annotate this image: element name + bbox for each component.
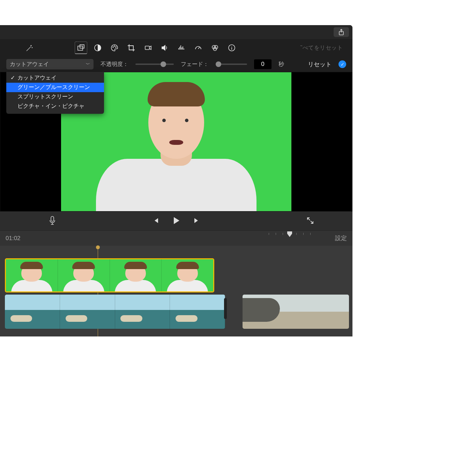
info-icon <box>228 44 236 52</box>
expand-icon <box>306 217 314 224</box>
timecode-label: 01:02 <box>6 235 21 242</box>
skip-forward-icon <box>193 217 201 224</box>
prev-frame-button[interactable] <box>152 217 159 225</box>
overlay-controls: カットアウェイ ﹀ 不透明度： フェード： 0 秒 リセット ✓ <box>0 57 352 72</box>
svg-rect-12 <box>51 216 54 221</box>
fade-seconds-field[interactable]: 0 <box>254 59 272 69</box>
crop-button[interactable] <box>125 42 137 54</box>
svg-point-6 <box>116 47 116 47</box>
dropdown-item-splitscreen[interactable]: スプリットスクリーン <box>6 92 104 102</box>
microphone-icon <box>49 216 56 225</box>
overlay-mode-value: カットアウェイ <box>10 61 49 68</box>
fade-slider[interactable] <box>216 64 247 65</box>
reset-all-label[interactable]: ˜べてをリセット <box>300 44 343 52</box>
play-button[interactable] <box>171 216 181 227</box>
timeline-settings-button[interactable]: 設定 <box>335 234 347 242</box>
wand-icon <box>25 44 34 52</box>
zoom-slider-knob[interactable] <box>287 231 292 237</box>
color-balance-button[interactable] <box>91 42 104 54</box>
clip-thumbnail <box>110 259 162 291</box>
next-frame-button[interactable] <box>193 217 201 225</box>
info-button[interactable] <box>225 42 238 54</box>
skip-back-icon <box>152 217 159 224</box>
svg-rect-2 <box>80 45 84 48</box>
check-icon: ✓ <box>341 62 344 67</box>
speaker-icon <box>161 44 169 52</box>
overlay-inspector-button[interactable] <box>75 42 87 54</box>
timeline[interactable] <box>0 246 352 336</box>
dropdown-item-pip[interactable]: ピクチャ・イン・ピクチャ <box>6 102 104 111</box>
clip-thumbnail <box>170 295 225 329</box>
filters-button[interactable] <box>209 42 221 54</box>
opacity-label: 不透明度： <box>101 61 128 68</box>
playback-bar <box>0 212 352 230</box>
overlay-clip-selected[interactable] <box>5 258 214 292</box>
noise-reduction-button[interactable] <box>175 42 188 54</box>
volume-button[interactable] <box>158 42 171 54</box>
color-correction-button[interactable] <box>108 42 121 54</box>
clip-thumbnail <box>115 295 170 329</box>
palette-icon <box>111 44 118 52</box>
apply-check-button[interactable]: ✓ <box>339 60 346 68</box>
svg-point-5 <box>114 46 115 46</box>
svg-rect-7 <box>145 46 149 50</box>
preview-subject <box>120 86 232 211</box>
clip-thumbnail <box>162 259 213 291</box>
timeline-scroll-handle[interactable] <box>224 298 227 319</box>
dropdown-item-cutaway[interactable]: カットアウェイ <box>6 73 104 83</box>
speed-button[interactable] <box>192 42 204 54</box>
seconds-unit: 秒 <box>278 61 284 68</box>
clip-thumbnail <box>60 295 115 329</box>
dropdown-item-greenscreen[interactable]: グリーン／ブルースクリーン <box>6 83 104 92</box>
opacity-slider-knob[interactable] <box>161 61 166 67</box>
play-icon <box>171 216 181 225</box>
camera-icon <box>144 44 152 52</box>
stabilize-button[interactable] <box>142 42 154 54</box>
half-circle-icon <box>94 44 102 52</box>
video-editor-window: ˜べてをリセット カットアウェイ ﹀ 不透明度： フェード： 0 秒 リセット … <box>0 25 352 336</box>
reset-button-label[interactable]: リセット <box>308 60 332 68</box>
share-button[interactable] <box>334 27 349 37</box>
crop-icon <box>127 44 135 52</box>
titlebar <box>0 25 352 39</box>
overlay-mode-dropdown: カットアウェイ グリーン／ブルースクリーン スプリットスクリーン ピクチャ・イン… <box>6 72 104 114</box>
gauge-icon <box>194 44 202 52</box>
overlay-mode-combo[interactable]: カットアウェイ ﹀ <box>6 59 94 69</box>
secondary-clip[interactable] <box>243 295 349 329</box>
share-icon <box>339 29 344 35</box>
voiceover-button[interactable] <box>49 216 56 226</box>
venn-icon <box>211 44 219 52</box>
fullscreen-button[interactable] <box>306 217 314 225</box>
fade-label: フェード： <box>181 61 209 68</box>
main-clip[interactable] <box>5 295 225 329</box>
clip-thumbnail <box>58 259 110 291</box>
clip-thumbnail <box>6 259 58 291</box>
enhance-wand-button[interactable] <box>25 44 34 53</box>
svg-point-4 <box>113 47 113 47</box>
clip-thumbnail <box>5 295 60 329</box>
fade-slider-knob[interactable] <box>216 61 221 67</box>
inspector-toolbar: ˜べてをリセット <box>0 39 352 57</box>
opacity-slider[interactable] <box>135 64 174 65</box>
chevron-down-icon: ﹀ <box>86 61 90 67</box>
overlay-icon <box>77 44 85 52</box>
equalizer-icon <box>178 44 185 52</box>
timeline-header: 01:02 設定 <box>0 230 352 246</box>
timeline-zoom-slider[interactable] <box>269 236 311 237</box>
